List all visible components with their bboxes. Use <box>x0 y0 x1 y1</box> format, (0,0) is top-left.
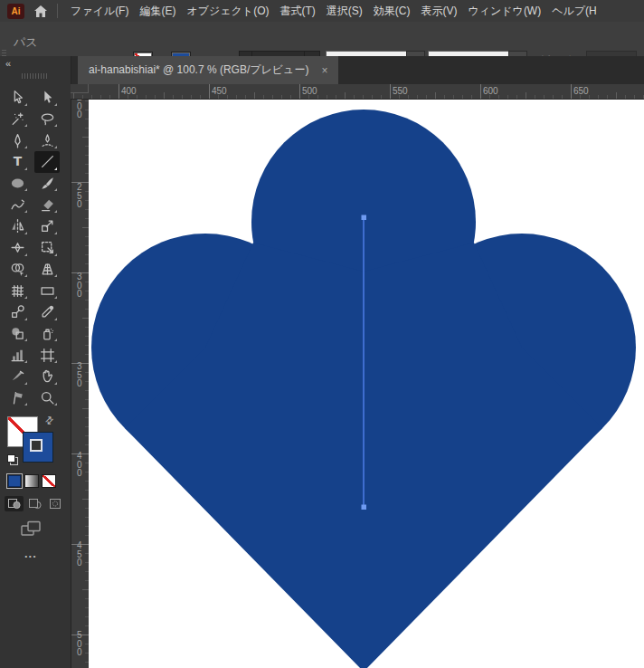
column-graph-icon <box>10 348 25 363</box>
selection-arrow-icon <box>10 90 25 105</box>
free-transform-icon <box>40 240 55 255</box>
curvature-icon <box>40 133 55 148</box>
blend-icon <box>10 304 25 320</box>
tool-gradient[interactable] <box>34 280 60 301</box>
menu-help[interactable]: ヘルプ(H <box>546 0 602 22</box>
tools-panel-grip[interactable] <box>22 73 47 79</box>
paintbrush-icon <box>40 176 55 191</box>
menu-edit[interactable]: 編集(E) <box>134 0 181 22</box>
perspective-grid-icon <box>40 262 55 277</box>
tool-column-graph[interactable] <box>5 344 30 366</box>
document-tab-bar: ai-hanabishiai* @ 100.7 % (RGB/プレビュー) × <box>71 56 644 84</box>
color-button[interactable] <box>7 474 22 488</box>
tool-slice[interactable] <box>5 366 30 387</box>
none-button[interactable] <box>42 474 56 488</box>
swap-fill-stroke-icon[interactable]: ⇄ <box>43 414 57 428</box>
line-segment-icon <box>40 154 55 169</box>
eraser-icon <box>40 197 55 213</box>
width-icon <box>10 240 25 255</box>
vertical-ruler[interactable]: 200 250 300 350 400 450 500 <box>71 84 89 668</box>
menu-select[interactable]: 選択(S) <box>321 0 368 22</box>
tool-reflect[interactable] <box>5 215 30 237</box>
stroke-proxy-blue[interactable] <box>23 432 53 463</box>
tool-eyedropper[interactable] <box>34 301 60 323</box>
menu-separator <box>57 4 58 18</box>
tool-type[interactable]: T <box>5 151 30 173</box>
tool-magic-wand[interactable] <box>5 109 30 130</box>
panel-collapse-button[interactable]: « <box>5 58 10 69</box>
screen-mode-icon <box>20 520 43 538</box>
draw-inside-button[interactable] <box>46 496 65 511</box>
tool-zoom[interactable] <box>34 387 60 409</box>
edit-toolbar-more-button[interactable]: ... <box>24 547 37 560</box>
hruler-label: 600 <box>483 86 498 96</box>
change-screen-mode-button[interactable] <box>20 520 43 541</box>
document-tab[interactable]: ai-hanabishiai* @ 100.7 % (RGB/プレビュー) × <box>78 56 338 84</box>
hruler-label: 500 <box>302 86 317 96</box>
tool-mesh[interactable] <box>5 280 30 301</box>
tab-close-icon[interactable]: × <box>321 64 327 77</box>
scale-icon <box>40 218 55 234</box>
control-bar: パス 線： 124 pt 均等 基本 不透明度： 100% <box>0 22 644 57</box>
tool-paintbrush[interactable] <box>34 173 60 195</box>
hand-icon <box>40 368 55 384</box>
tool-eraser[interactable] <box>34 194 60 215</box>
gradient-icon <box>40 283 55 299</box>
tool-direct-selection[interactable] <box>34 87 60 109</box>
anchor-point-bottom[interactable] <box>362 505 367 511</box>
type-icon: T <box>10 154 25 169</box>
tool-line-segment[interactable] <box>34 151 60 173</box>
tool-curvature[interactable] <box>34 129 60 151</box>
document-tab-title: ai-hanabishiai* @ 100.7 % (RGB/プレビュー) <box>89 62 308 78</box>
gradient-button[interactable] <box>24 474 39 488</box>
menu-object[interactable]: オブジェクト(O) <box>181 0 274 22</box>
menu-effect[interactable]: 効果(C) <box>368 0 416 22</box>
tool-selection[interactable] <box>5 87 30 109</box>
draw-behind-button[interactable] <box>25 496 44 511</box>
tool-shape-builder[interactable] <box>5 259 30 281</box>
menu-window[interactable]: ウィンドウ(W) <box>462 0 546 22</box>
tool-pencil[interactable] <box>5 194 30 215</box>
drawing-mode-buttons <box>5 496 65 511</box>
vruler-label: 300 <box>77 272 84 299</box>
hruler-label: 550 <box>393 86 408 96</box>
shape-builder-icon <box>10 262 25 277</box>
anchor-point-top[interactable] <box>362 215 367 221</box>
default-fill-stroke-icon[interactable] <box>7 454 18 465</box>
menu-file[interactable]: ファイル(F) <box>65 0 134 22</box>
draw-normal-button[interactable] <box>5 496 24 511</box>
horizontal-ruler[interactable]: 400 450 500 550 600 650 <box>71 84 644 100</box>
context-label: パス <box>14 34 38 51</box>
tools-grid: T <box>5 87 60 408</box>
magic-wand-icon <box>10 111 25 127</box>
tool-free-transform[interactable] <box>34 237 60 259</box>
pen-icon <box>10 133 25 148</box>
tool-ellipse[interactable] <box>5 173 30 195</box>
tool-width[interactable] <box>5 237 30 259</box>
vruler-label: 450 <box>77 541 84 568</box>
menu-bar: Ai ファイル(F) 編集(E) オブジェクト(O) 書式(T) 選択(S) 効… <box>0 0 644 23</box>
paint-style-buttons <box>7 474 56 488</box>
svg-text:T: T <box>13 155 22 169</box>
menu-view[interactable]: 表示(V) <box>415 0 462 22</box>
reflect-icon <box>10 218 25 234</box>
illustrator-logo-icon[interactable]: Ai <box>7 4 24 19</box>
tool-hand[interactable] <box>34 366 60 387</box>
home-icon[interactable] <box>33 5 48 18</box>
canvas-area <box>89 100 644 668</box>
eyedropper-icon <box>40 304 55 320</box>
tool-scale[interactable] <box>34 215 60 237</box>
symbol-sprayer-icon <box>40 326 55 341</box>
tool-symbols[interactable] <box>5 323 30 345</box>
tool-pen[interactable] <box>5 129 30 151</box>
ruler-origin-corner[interactable] <box>71 84 89 93</box>
tool-perspective-grid[interactable] <box>34 259 60 281</box>
tool-lasso[interactable] <box>34 109 60 130</box>
tool-symbol-sprayer[interactable] <box>34 323 60 345</box>
ellipse-icon <box>10 176 25 191</box>
print-tiling-icon <box>10 390 25 406</box>
tool-blend[interactable] <box>5 301 30 323</box>
tool-print-tiling[interactable] <box>5 387 30 409</box>
tool-artboard[interactable] <box>34 344 60 366</box>
menu-type[interactable]: 書式(T) <box>274 0 320 22</box>
